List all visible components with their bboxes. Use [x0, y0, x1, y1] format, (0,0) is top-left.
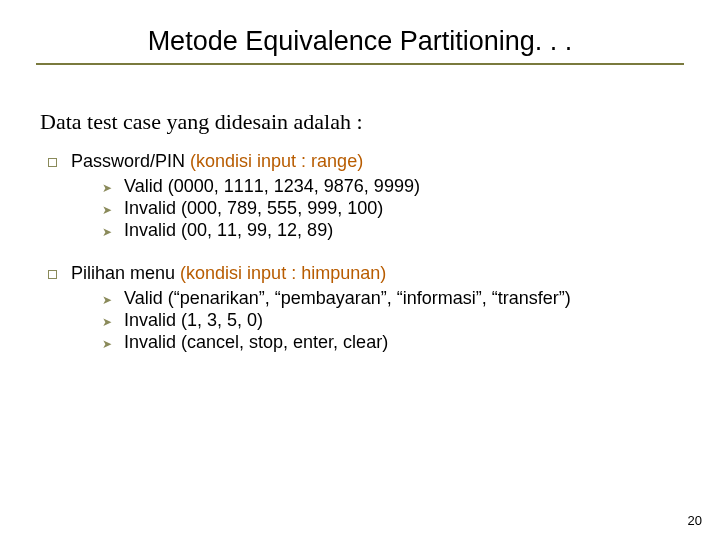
heading-paren: (kondisi input : range) [190, 151, 363, 171]
list-item: ➤ Valid (“penarikan”, “pembayaran”, “inf… [102, 288, 680, 309]
list-item: ➤ Invalid (00, 11, 99, 12, 89) [102, 220, 680, 241]
content-block: Password/PIN (kondisi input : range) ➤ V… [40, 151, 680, 241]
heading-plain: Password/PIN [71, 151, 190, 171]
page-number: 20 [688, 513, 702, 528]
list-item: ➤ Valid (0000, 1111, 1234, 9876, 9999) [102, 176, 680, 197]
sub-list: ➤ Valid (“penarikan”, “pembayaran”, “inf… [102, 288, 680, 353]
list-item-text: Valid (“penarikan”, “pembayaran”, “infor… [124, 288, 571, 309]
chevron-right-icon: ➤ [102, 225, 112, 239]
block-heading: Password/PIN (kondisi input : range) [71, 151, 363, 172]
intro-text: Data test case yang didesain adalah : [40, 109, 680, 135]
list-item: ➤ Invalid (000, 789, 555, 999, 100) [102, 198, 680, 219]
heading-paren: (kondisi input : himpunan) [180, 263, 386, 283]
title-row: Metode Equivalence Partitioning. . . [36, 26, 684, 57]
slide-title: Metode Equivalence Partitioning. . . [148, 26, 573, 57]
sub-list: ➤ Valid (0000, 1111, 1234, 9876, 9999) ➤… [102, 176, 680, 241]
heading-plain: Pilihan menu [71, 263, 180, 283]
block-heading-row: Pilihan menu (kondisi input : himpunan) [40, 263, 680, 284]
block-heading: Pilihan menu (kondisi input : himpunan) [71, 263, 386, 284]
list-item: ➤ Invalid (cancel, stop, enter, clear) [102, 332, 680, 353]
list-item-text: Invalid (cancel, stop, enter, clear) [124, 332, 388, 353]
list-item-text: Valid (0000, 1111, 1234, 9876, 9999) [124, 176, 420, 197]
list-item-text: Invalid (000, 789, 555, 999, 100) [124, 198, 383, 219]
chevron-right-icon: ➤ [102, 181, 112, 195]
chevron-right-icon: ➤ [102, 203, 112, 217]
list-item: ➤ Invalid (1, 3, 5, 0) [102, 310, 680, 331]
chevron-right-icon: ➤ [102, 337, 112, 351]
block-heading-row: Password/PIN (kondisi input : range) [40, 151, 680, 172]
content-block: Pilihan menu (kondisi input : himpunan) … [40, 263, 680, 353]
title-divider [36, 63, 684, 65]
square-bullet-icon [48, 158, 57, 167]
square-bullet-icon [48, 270, 57, 279]
list-item-text: Invalid (00, 11, 99, 12, 89) [124, 220, 333, 241]
chevron-right-icon: ➤ [102, 293, 112, 307]
chevron-right-icon: ➤ [102, 315, 112, 329]
slide: Metode Equivalence Partitioning. . . Dat… [0, 0, 720, 540]
list-item-text: Invalid (1, 3, 5, 0) [124, 310, 263, 331]
slide-body: Data test case yang didesain adalah : Pa… [36, 109, 684, 353]
